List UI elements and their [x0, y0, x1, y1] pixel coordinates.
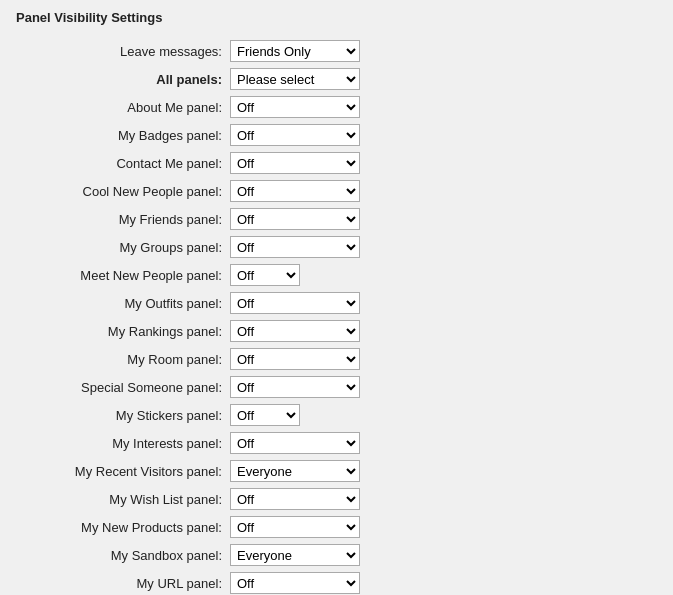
all_panels-select[interactable]: Please selectOffFriends OnlyEveryone [230, 68, 360, 90]
my_stickers-select[interactable]: OffFriends OnlyEveryone [230, 404, 300, 426]
field-control: OffFriends OnlyEveryone [226, 121, 657, 149]
table-row: My Rankings panel:OffFriends OnlyEveryon… [16, 317, 657, 345]
field-control: OffFriends OnlyEveryone [226, 233, 657, 261]
field-label: My Groups panel: [16, 233, 226, 261]
field-label: Cool New People panel: [16, 177, 226, 205]
my_rankings-select[interactable]: OffFriends OnlyEveryone [230, 320, 360, 342]
cool_new_people-select[interactable]: OffFriends OnlyEveryone [230, 180, 360, 202]
about_me-select[interactable]: OffFriends OnlyEveryone [230, 96, 360, 118]
my_wish_list-select[interactable]: OffFriends OnlyEveryone [230, 488, 360, 510]
field-control: Friends OnlyEveryoneOffPlease select [226, 37, 657, 65]
field-label: Special Someone panel: [16, 373, 226, 401]
field-control: OffFriends OnlyEveryone [226, 205, 657, 233]
field-label: My Sandbox panel: [16, 541, 226, 569]
settings-table: Leave messages:Friends OnlyEveryoneOffPl… [16, 37, 657, 595]
field-control: OffFriends OnlyEveryone [226, 177, 657, 205]
field-label: My Wish List panel: [16, 485, 226, 513]
leave_messages-select[interactable]: Friends OnlyEveryoneOffPlease select [230, 40, 360, 62]
field-label: About Me panel: [16, 93, 226, 121]
table-row: All panels:Please selectOffFriends OnlyE… [16, 65, 657, 93]
field-control: OffFriends OnlyEveryone [226, 261, 657, 289]
my_outfits-select[interactable]: OffFriends OnlyEveryone [230, 292, 360, 314]
field-control: EveryoneOffFriends Only [226, 457, 657, 485]
contact_me-select[interactable]: OffFriends OnlyEveryone [230, 152, 360, 174]
my_sandbox-select[interactable]: EveryoneOffFriends Only [230, 544, 360, 566]
table-row: Special Someone panel:OffFriends OnlyEve… [16, 373, 657, 401]
table-row: My Friends panel:OffFriends OnlyEveryone [16, 205, 657, 233]
field-control: OffFriends OnlyEveryone [226, 569, 657, 595]
my_friends-select[interactable]: OffFriends OnlyEveryone [230, 208, 360, 230]
field-label: My URL panel: [16, 569, 226, 595]
table-row: Cool New People panel:OffFriends OnlyEve… [16, 177, 657, 205]
field-label: All panels: [16, 65, 226, 93]
table-row: My Outfits panel:OffFriends OnlyEveryone [16, 289, 657, 317]
table-row: My Room panel:OffFriends OnlyEveryone [16, 345, 657, 373]
table-row: My Groups panel:OffFriends OnlyEveryone [16, 233, 657, 261]
table-row: Contact Me panel:OffFriends OnlyEveryone [16, 149, 657, 177]
field-label: My Rankings panel: [16, 317, 226, 345]
field-control: OffFriends OnlyEveryone [226, 317, 657, 345]
my_interests-select[interactable]: OffFriends OnlyEveryone [230, 432, 360, 454]
field-label: My Room panel: [16, 345, 226, 373]
field-control: OffFriends OnlyEveryone [226, 429, 657, 457]
table-row: My Recent Visitors panel:EveryoneOffFrie… [16, 457, 657, 485]
field-control: Please selectOffFriends OnlyEveryone [226, 65, 657, 93]
table-row: My Badges panel:OffFriends OnlyEveryone [16, 121, 657, 149]
field-control: OffFriends OnlyEveryone [226, 373, 657, 401]
table-row: My Wish List panel:OffFriends OnlyEveryo… [16, 485, 657, 513]
table-row: My Interests panel:OffFriends OnlyEveryo… [16, 429, 657, 457]
field-control: OffFriends OnlyEveryone [226, 149, 657, 177]
table-row: About Me panel:OffFriends OnlyEveryone [16, 93, 657, 121]
my_room-select[interactable]: OffFriends OnlyEveryone [230, 348, 360, 370]
meet_new_people-select[interactable]: OffFriends OnlyEveryone [230, 264, 300, 286]
field-label: Contact Me panel: [16, 149, 226, 177]
field-control: OffFriends OnlyEveryone [226, 93, 657, 121]
field-control: OffFriends OnlyEveryone [226, 513, 657, 541]
field-label: Meet New People panel: [16, 261, 226, 289]
table-row: Meet New People panel:OffFriends OnlyEve… [16, 261, 657, 289]
field-control: OffFriends OnlyEveryone [226, 289, 657, 317]
page-container: Panel Visibility Settings Leave messages… [0, 0, 673, 595]
field-label: My Recent Visitors panel: [16, 457, 226, 485]
my_new_products-select[interactable]: OffFriends OnlyEveryone [230, 516, 360, 538]
field-label: My New Products panel: [16, 513, 226, 541]
field-control: OffFriends OnlyEveryone [226, 485, 657, 513]
my_badges-select[interactable]: OffFriends OnlyEveryone [230, 124, 360, 146]
special_someone-select[interactable]: OffFriends OnlyEveryone [230, 376, 360, 398]
field-label: My Badges panel: [16, 121, 226, 149]
my_recent_visitors-select[interactable]: EveryoneOffFriends Only [230, 460, 360, 482]
field-label: My Interests panel: [16, 429, 226, 457]
table-row: My New Products panel:OffFriends OnlyEve… [16, 513, 657, 541]
page-title: Panel Visibility Settings [16, 10, 657, 25]
field-label: My Stickers panel: [16, 401, 226, 429]
field-label: My Outfits panel: [16, 289, 226, 317]
field-label: Leave messages: [16, 37, 226, 65]
my_url-select[interactable]: OffFriends OnlyEveryone [230, 572, 360, 594]
table-row: Leave messages:Friends OnlyEveryoneOffPl… [16, 37, 657, 65]
table-row: My Sandbox panel:EveryoneOffFriends Only [16, 541, 657, 569]
table-row: My Stickers panel:OffFriends OnlyEveryon… [16, 401, 657, 429]
field-control: OffFriends OnlyEveryone [226, 401, 657, 429]
table-row: My URL panel:OffFriends OnlyEveryone [16, 569, 657, 595]
field-control: EveryoneOffFriends Only [226, 541, 657, 569]
field-control: OffFriends OnlyEveryone [226, 345, 657, 373]
field-label: My Friends panel: [16, 205, 226, 233]
my_groups-select[interactable]: OffFriends OnlyEveryone [230, 236, 360, 258]
